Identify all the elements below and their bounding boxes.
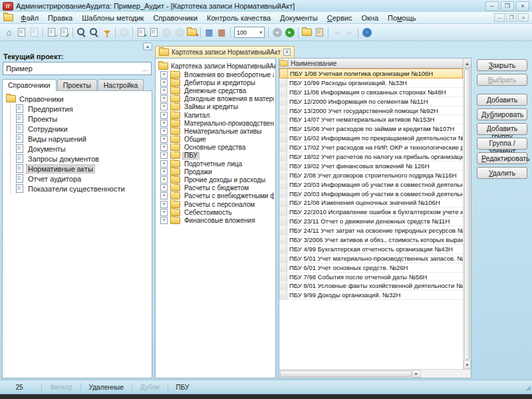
list-item[interactable]: ПБУ 20/03 Информация об участии в совмес…: [279, 190, 463, 199]
list-item[interactable]: ПБУ 10/99 Расходы организаций. №33Н: [279, 78, 463, 88]
copy-doc-icon[interactable]: [148, 26, 160, 39]
list-item[interactable]: ПБУ 24/11 Учет затрат на освоение природ…: [279, 226, 463, 235]
tab-Справочники[interactable]: Справочники: [2, 79, 57, 91]
expand-icon[interactable]: +: [160, 144, 168, 151]
status-ПБУ[interactable]: ПБУ: [171, 384, 195, 391]
mdi-restore-button[interactable]: ❐: [506, 13, 517, 22]
document-tab[interactable]: Картотека записи НормативныйАкт x: [155, 46, 295, 58]
expand-icon[interactable]: +: [160, 87, 168, 94]
filter-icon[interactable]: [100, 26, 113, 39]
resize-grip[interactable]: ◢: [525, 384, 531, 391]
button-Удалить[interactable]: Удалить: [477, 167, 527, 179]
close-button[interactable]: ×: [516, 1, 529, 11]
status-Удаленные[interactable]: Удаленные: [84, 384, 129, 391]
list-item[interactable]: ПБУ 16/02 Информация по прекращаемой дея…: [279, 134, 463, 143]
vscroll-thumb[interactable]: [464, 69, 470, 360]
scroll-up-icon[interactable]: ▲: [463, 59, 471, 68]
menu-item-Правка[interactable]: Правка: [43, 13, 77, 23]
catalog-item-Вложения во внеоборотные активы[interactable]: +Вложения во внеоборотные активы: [157, 70, 274, 78]
print-preview-icon[interactable]: ✓: [58, 26, 70, 39]
tree-item-Документы[interactable]: Документы: [11, 144, 150, 154]
horizontal-scrollbar[interactable]: ►: [279, 369, 471, 378]
mdi-system-icon[interactable]: [3, 14, 13, 21]
mdi-minimize-button[interactable]: –: [494, 13, 505, 22]
button-Дублировать[interactable]: Дублировать: [477, 108, 527, 120]
catalog-item-Расчеты с бюджетом[interactable]: +Расчеты с бюджетом: [157, 184, 274, 192]
tree-item-Предприятия[interactable]: Предприятия: [11, 104, 150, 114]
button-Редактировать[interactable]: Редактировать: [477, 152, 527, 164]
back-icon[interactable]: ◂: [331, 26, 343, 39]
button-Добавить группу[interactable]: Добавить группу: [477, 123, 527, 135]
catalog-item-Материально-производственные запасы[interactable]: +Материально-производственные запасы: [157, 119, 274, 127]
open-folder-icon[interactable]: [301, 26, 313, 39]
expand-icon[interactable]: +: [160, 71, 168, 78]
list-item[interactable]: ПБУ 15/08 Учет расходов по займам и кред…: [279, 124, 463, 134]
list-item[interactable]: ПБУ 4/99 Бухгалтерская отчетность органи…: [279, 245, 463, 254]
copy-record-icon[interactable]: [15, 26, 28, 39]
catalog-item-Общие[interactable]: +Общие: [157, 136, 274, 144]
tree-item-Сотрудники[interactable]: Сотрудники: [11, 124, 150, 134]
expand-icon[interactable]: +: [160, 136, 168, 143]
expand-icon[interactable]: +: [160, 160, 168, 168]
catalog-item-Подотчетные лица[interactable]: +Подотчетные лица: [157, 160, 274, 168]
catalog-tree-root[interactable]: Картотека записи НормативныйАкт: [157, 61, 274, 70]
search-icon[interactable]: [75, 26, 88, 39]
menu-item-Окна[interactable]: Окна: [356, 13, 383, 23]
mdi-close-button[interactable]: ×: [518, 13, 529, 22]
catalog-item-Прочие доходы и расходы[interactable]: +Прочие доходы и расходы: [157, 176, 274, 184]
remove-icon[interactable]: −: [173, 26, 186, 39]
vertical-scrollbar[interactable]: ▼: [463, 68, 471, 369]
list-item[interactable]: ПБУ 20/03 Информация об участии в совмес…: [279, 180, 463, 190]
list-item[interactable]: ПБУ 17/02 Учет расходов на НИР, ОКР и те…: [279, 143, 463, 152]
tree-item-Проекты[interactable]: Проекты: [11, 114, 150, 124]
catalog-item-Капитал[interactable]: +Капитал: [157, 111, 274, 119]
catalog-item-Себестоимость[interactable]: +Себестоимость: [157, 208, 274, 216]
expand-icon[interactable]: +: [160, 95, 168, 102]
expand-icon[interactable]: +: [160, 152, 168, 159]
tree-item-Нормативные акты[interactable]: Нормативные акты: [11, 164, 150, 174]
restore-button[interactable]: ❐: [501, 1, 514, 11]
refresh-icon[interactable]: ↻: [118, 26, 130, 39]
expand-icon[interactable]: +: [160, 112, 168, 119]
list-item[interactable]: ПБУ 18/02 Учет расчетов по налогу на при…: [279, 152, 463, 162]
list-item[interactable]: ПБУ 2/08 Учет договоров строительного по…: [279, 171, 463, 180]
tree-item-Виды нарушений[interactable]: Виды нарушений: [11, 134, 150, 144]
expand-icon[interactable]: +: [160, 176, 168, 184]
tab-Настройка[interactable]: Настройка: [98, 79, 144, 91]
list-item[interactable]: ПБУ 13/2000 Учет государственной помощи …: [279, 106, 463, 116]
block-icon[interactable]: /: [160, 26, 173, 39]
column-header-name[interactable]: Наименование: [289, 59, 463, 68]
button-Закрыть[interactable]: Закрыть: [477, 59, 527, 71]
catalog-item-Денежные средства[interactable]: +Денежные средства: [157, 86, 274, 94]
minimize-button[interactable]: –: [485, 1, 499, 11]
catalog-item-Займы и кредиты[interactable]: +Займы и кредиты: [157, 103, 274, 111]
calendar-icon[interactable]: ▦: [215, 26, 228, 39]
list-item[interactable]: ПБУ 8/01 Условные факты хозяйственной де…: [279, 281, 463, 291]
paste-record-icon[interactable]: [28, 26, 41, 39]
project-browse-button[interactable]: …: [142, 65, 151, 72]
scroll-down-icon[interactable]: ▼: [464, 360, 471, 369]
list-item[interactable]: ПБУ 9/99 Доходы организаций. №32Н: [279, 291, 463, 300]
list-item[interactable]: ПБУ 5/01 Учет материально-производственн…: [279, 254, 463, 263]
catalog-item-Продажи[interactable]: +Продажи: [157, 168, 274, 176]
tree-item-Показатели существенности[interactable]: Показатели существенности: [11, 184, 150, 194]
import-doc-icon[interactable]: +: [135, 26, 148, 39]
expand-icon[interactable]: +: [160, 168, 168, 176]
menu-item-Шаблоны методик[interactable]: Шаблоны методик: [77, 13, 148, 23]
list-item[interactable]: ПБУ 11/08 Информация о связанных сторона…: [279, 88, 463, 97]
list-item[interactable]: ПБУ 12/2000 Информация по сегментам №11Н: [279, 97, 463, 106]
list-item[interactable]: ПБУ 22/2010 Исправление ошибок в бухгалт…: [279, 207, 463, 217]
list-item[interactable]: ПБУ 23/11 Отчет о движении денежных сред…: [279, 217, 463, 226]
search-advanced-icon[interactable]: [88, 26, 100, 39]
list-item[interactable]: ПБУ 7/98 События после отчетной даты №56…: [279, 273, 463, 282]
tab-Проекты[interactable]: Проекты: [57, 79, 97, 91]
list-item[interactable]: ПБУ 3/2006 Учет активов и обяз., стоимос…: [279, 235, 463, 245]
references-tree-root[interactable]: Справочники: [4, 94, 150, 104]
list-item[interactable]: ПБУ 1/08 Учетная политика организации №1…: [279, 68, 463, 78]
notes-icon[interactable]: [313, 26, 326, 39]
panel-collapse-button[interactable]: ▴: [143, 43, 152, 51]
catalog-item-Расчеты с внебюджетными фондами[interactable]: +Расчеты с внебюджетными фондами: [157, 192, 274, 200]
menu-item-Контроль качества[interactable]: Контроль качества: [202, 13, 275, 23]
menu-item-Помощь[interactable]: Помощь: [383, 13, 421, 23]
expand-icon[interactable]: +: [160, 217, 168, 224]
